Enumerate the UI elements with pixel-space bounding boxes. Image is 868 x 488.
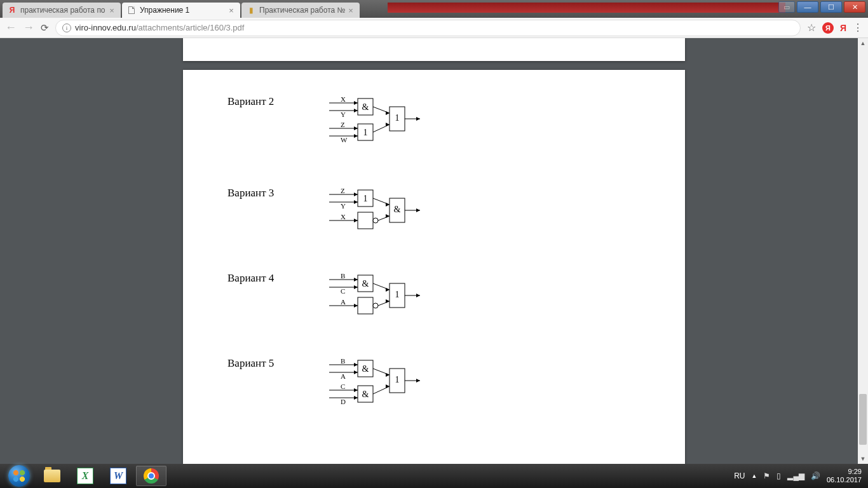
excel-button[interactable]: X bbox=[70, 466, 100, 486]
word-button[interactable]: W bbox=[103, 466, 133, 486]
svg-marker-85 bbox=[386, 373, 390, 377]
network-icon[interactable]: ▂▄▆ bbox=[787, 471, 804, 480]
browser-tab[interactable]: Упражнение 1 × bbox=[122, 3, 240, 18]
svg-marker-35 bbox=[354, 219, 358, 222]
svg-marker-44 bbox=[416, 208, 420, 212]
svg-text:&: & bbox=[362, 102, 369, 112]
svg-text:&: & bbox=[362, 364, 369, 374]
action-center-icon[interactable]: ▯ bbox=[776, 471, 781, 480]
variant-title: Вариант 4 bbox=[227, 272, 297, 325]
volume-icon[interactable]: 🔊 bbox=[811, 471, 820, 480]
chrome-button[interactable] bbox=[136, 466, 166, 486]
svg-text:1: 1 bbox=[395, 290, 400, 299]
minimize-button[interactable]: — bbox=[797, 1, 818, 13]
variant-title: Вариант 3 bbox=[227, 187, 297, 240]
clock[interactable]: 9:29 06.10.2017 bbox=[827, 468, 864, 484]
tab-title: Упражнение 1 bbox=[140, 6, 227, 15]
variant-row: Вариант 31ZYX& bbox=[227, 187, 641, 240]
svg-marker-42 bbox=[386, 214, 390, 218]
svg-text:B: B bbox=[341, 272, 345, 280]
scroll-down-button[interactable]: ▼ bbox=[858, 454, 868, 464]
svg-rect-53 bbox=[358, 297, 373, 314]
yandex-icon: Я bbox=[8, 6, 17, 15]
file-explorer-button[interactable] bbox=[37, 466, 67, 486]
svg-point-54 bbox=[373, 303, 378, 308]
svg-text:A: A bbox=[341, 298, 346, 306]
browser-toolbar: ← → ⟳ i viro-innov.edu.ru/attachments/ar… bbox=[0, 18, 868, 38]
folder-icon bbox=[44, 470, 60, 482]
browser-tab[interactable]: Я практическая работа по × bbox=[3, 3, 121, 18]
flag-icon[interactable]: ⚑ bbox=[763, 471, 770, 480]
back-button[interactable]: ← bbox=[5, 21, 17, 34]
svg-marker-14 bbox=[354, 134, 358, 138]
bookmark-icon[interactable]: ☆ bbox=[807, 22, 816, 34]
logic-circuit: &BA&CD1 bbox=[329, 357, 437, 414]
svg-text:X: X bbox=[341, 213, 346, 220]
svg-text:Y: Y bbox=[341, 202, 346, 210]
svg-text:W: W bbox=[341, 136, 348, 144]
svg-text:C: C bbox=[341, 287, 345, 295]
document-icon bbox=[127, 6, 136, 15]
logic-circuit: &BCA1 bbox=[329, 272, 437, 323]
yandex-letter-icon[interactable]: Я bbox=[840, 23, 846, 33]
scrollbar[interactable]: ▲ ▼ bbox=[858, 38, 868, 464]
svg-marker-21 bbox=[386, 123, 390, 126]
svg-marker-65 bbox=[416, 294, 420, 297]
svg-marker-61 bbox=[386, 288, 390, 292]
svg-text:1: 1 bbox=[395, 113, 400, 123]
svg-text:D: D bbox=[341, 398, 346, 405]
svg-text:1: 1 bbox=[395, 375, 400, 384]
start-button[interactable] bbox=[4, 466, 34, 486]
logic-circuit: 1ZYX& bbox=[329, 187, 437, 238]
svg-marker-3 bbox=[354, 101, 358, 105]
language-indicator[interactable]: RU bbox=[734, 471, 745, 480]
svg-marker-40 bbox=[386, 203, 390, 207]
svg-text:&: & bbox=[394, 205, 401, 214]
close-icon[interactable]: × bbox=[108, 6, 116, 15]
window-minimize-icon[interactable]: ▭ bbox=[778, 1, 795, 13]
reload-button[interactable]: ⟳ bbox=[41, 22, 49, 34]
address-bar[interactable]: i viro-innov.edu.ru/attachments/article/… bbox=[55, 20, 801, 36]
svg-text:1: 1 bbox=[363, 128, 368, 137]
yandex-extension-icon[interactable]: Я bbox=[822, 22, 834, 34]
site-info-icon[interactable]: i bbox=[62, 24, 71, 32]
variant-row: Вариант 5&BA&CD1 bbox=[227, 357, 641, 417]
forward-button[interactable]: → bbox=[23, 21, 34, 34]
favicon-icon: ▮ bbox=[247, 6, 255, 15]
svg-marker-56 bbox=[354, 304, 358, 308]
svg-rect-32 bbox=[358, 212, 373, 229]
svg-text:Z: Z bbox=[341, 187, 345, 194]
maximize-button[interactable]: ☐ bbox=[820, 1, 842, 13]
browser-tab[interactable]: ▮ Практическая работа № × bbox=[241, 3, 360, 18]
word-icon: W bbox=[110, 468, 126, 484]
svg-text:C: C bbox=[341, 383, 345, 390]
browser-tabbar: Я практическая работа по × Упражнение 1 … bbox=[0, 0, 868, 18]
pdf-page: Вариант 2&XY1ZW1Вариант 31ZYX&Вариант 4&… bbox=[183, 70, 685, 464]
pdf-viewport[interactable]: Вариант 2&XY1ZW1Вариант 31ZYX&Вариант 4&… bbox=[0, 38, 868, 464]
svg-marker-30 bbox=[354, 200, 358, 204]
svg-text:B: B bbox=[341, 357, 345, 365]
circuit-diagram: &XY1ZW1 bbox=[329, 95, 437, 155]
scrollbar-thumb[interactable] bbox=[859, 394, 867, 445]
svg-marker-87 bbox=[386, 384, 390, 388]
circuit-diagram: &BA&CD1 bbox=[329, 357, 437, 417]
scroll-up-button[interactable]: ▲ bbox=[858, 38, 868, 48]
chrome-icon bbox=[144, 468, 159, 484]
svg-text:X: X bbox=[341, 95, 346, 103]
variant-title: Вариант 2 bbox=[227, 95, 297, 155]
window-controls: ▭ — ☐ ✕ bbox=[778, 1, 865, 13]
url-text: viro-innov.edu.ru/attachments/article/16… bbox=[75, 23, 244, 32]
obscured-tabs-strip bbox=[388, 3, 785, 13]
svg-text:A: A bbox=[341, 372, 346, 380]
svg-marker-77 bbox=[354, 388, 358, 392]
browser-menu-button[interactable]: ⋮ bbox=[853, 22, 863, 34]
tray-overflow-icon[interactable]: ▲ bbox=[752, 473, 757, 479]
tab-title: практическая работа по bbox=[20, 6, 108, 15]
variant-row: Вариант 4&BCA1 bbox=[227, 272, 641, 325]
close-button[interactable]: ✕ bbox=[844, 1, 865, 13]
svg-marker-48 bbox=[354, 278, 358, 281]
close-icon[interactable]: × bbox=[227, 6, 235, 15]
svg-marker-27 bbox=[354, 193, 358, 196]
excel-icon: X bbox=[77, 468, 93, 484]
close-icon[interactable]: × bbox=[347, 6, 355, 15]
